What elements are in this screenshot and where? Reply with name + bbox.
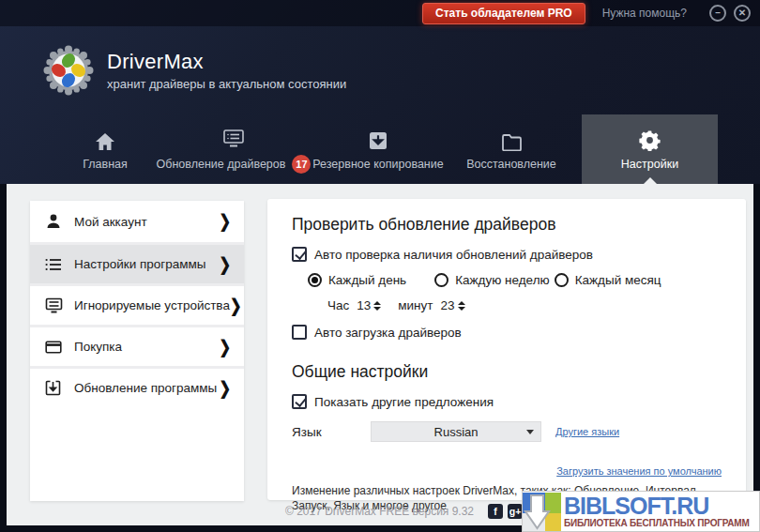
facebook-icon[interactable]: f xyxy=(488,504,503,519)
chevron-right-icon: ❯ xyxy=(219,336,231,357)
section-title-driver-updates: Проверить обновление драйверов xyxy=(292,215,722,235)
tab-label: Главная xyxy=(83,158,128,171)
app-update-icon xyxy=(45,379,64,398)
minute-label: минут xyxy=(398,298,433,312)
other-languages-link[interactable]: Другие языки xyxy=(555,426,619,437)
chevron-right-icon: ❯ xyxy=(219,211,231,233)
footer: © 2017 DriverMax FREE версия 9.32 f g+ xyxy=(285,504,523,519)
chevron-right-icon: ❯ xyxy=(219,377,231,399)
frequency-monthly-radio[interactable] xyxy=(555,273,569,287)
sidebar-item-my-account[interactable]: Мой аккаунт ❯ xyxy=(30,201,244,242)
help-link[interactable]: Нужна помощь? xyxy=(602,7,687,20)
tab-driver-update[interactable]: Обновление драйверов 17 xyxy=(153,114,314,184)
tab-restore[interactable]: Восстановление xyxy=(446,114,577,184)
tab-label: Резервное копирование xyxy=(312,158,443,171)
frequency-daily-option[interactable]: Каждый день xyxy=(308,273,406,287)
tab-label: Восстановление xyxy=(466,158,556,171)
app-title: DriverMax xyxy=(107,50,346,74)
sidebar-item-label: Игнорируемые устройства xyxy=(74,298,230,312)
minute-value: 23 xyxy=(441,298,455,312)
biblsoft-watermark: BIBLSOFT.RU БИБЛИОТЕКА БЕСПЛАТНЫХ ПРОГРА… xyxy=(522,491,760,532)
auto-check-label: Авто проверка наличия обновлений драйвер… xyxy=(314,248,593,262)
sidebar-item-label: Мой аккаунт xyxy=(74,215,219,229)
watermark-subtitle: БИБЛИОТЕКА БЕСПЛАТНЫХ ПРОГРАММ xyxy=(564,518,750,528)
settings-sidebar: Мой аккаунт ❯ Настройки программы ❯ xyxy=(30,201,244,501)
frequency-monthly-option[interactable]: Каждый месяц xyxy=(555,273,661,287)
app-tagline: хранит драйверы в актуальном состоянии xyxy=(107,77,346,91)
sidebar-item-purchase[interactable]: Покупка ❯ xyxy=(30,325,244,366)
backup-icon xyxy=(368,129,388,151)
window-header: Стать обладателем PRO Нужна помощь? – ✕ xyxy=(0,0,760,184)
sidebar-item-program-settings[interactable]: Настройки программы ❯ xyxy=(30,242,244,283)
auto-download-label: Авто загрузка драйверов xyxy=(314,326,462,340)
get-pro-button[interactable]: Стать обладателем PRO xyxy=(422,3,585,24)
minute-stepper[interactable] xyxy=(458,301,465,311)
frequency-weekly-option[interactable]: Каждую неделю xyxy=(434,273,550,287)
copyright-text: © 2017 DriverMax FREE версия 9.32 xyxy=(285,505,474,518)
auto-download-checkbox[interactable] xyxy=(292,325,307,340)
sidebar-item-label: Обновление программы xyxy=(74,381,219,395)
tab-label: Обновление драйверов xyxy=(157,158,286,171)
sidebar-item-ignored-devices[interactable]: Игнорируемые устройства ❯ xyxy=(30,283,244,325)
auto-check-checkbox[interactable] xyxy=(292,247,307,262)
close-button[interactable]: ✕ xyxy=(734,5,751,22)
update-count-badge: 17 xyxy=(292,155,311,174)
language-setting: Язык Russian Другие языки xyxy=(292,421,722,442)
chevron-right-icon: ❯ xyxy=(230,295,242,316)
googleplus-icon[interactable]: g+ xyxy=(508,504,523,519)
list-icon xyxy=(45,255,64,274)
schedule-time: Час 13 минут 23 xyxy=(327,298,722,312)
sidebar-item-program-update[interactable]: Обновление программы ❯ xyxy=(30,366,244,407)
frequency-daily-radio[interactable] xyxy=(308,273,322,287)
watermark-title: BIBLSOFT.RU xyxy=(564,494,750,517)
frequency-weekly-radio[interactable] xyxy=(434,273,448,287)
content-area: Мой аккаунт ❯ Настройки программы ❯ xyxy=(7,184,753,525)
gear-icon xyxy=(639,129,661,151)
show-offers-checkbox[interactable] xyxy=(292,394,307,409)
tab-settings[interactable]: Настройки xyxy=(582,114,718,184)
minimize-button[interactable]: – xyxy=(709,5,726,22)
language-label: Язык xyxy=(292,425,371,439)
tab-backup[interactable]: Резервное копирование xyxy=(314,114,442,184)
biblsoft-download-icon xyxy=(523,493,561,531)
restore-folder-icon xyxy=(501,129,523,151)
app-header: DriverMax хранит драйверы в актуальном с… xyxy=(0,26,760,114)
language-value: Russian xyxy=(434,425,479,439)
sidebar-item-label: Настройки программы xyxy=(74,257,219,271)
home-icon xyxy=(95,129,115,151)
settings-panel: Проверить обновление драйверов Авто пров… xyxy=(267,199,746,500)
load-defaults-link[interactable]: Загрузить значения по умолчанию xyxy=(556,465,722,477)
driver-update-icon xyxy=(222,126,245,148)
sidebar-item-label: Покупка xyxy=(74,340,219,354)
auto-download-option[interactable]: Авто загрузка драйверов xyxy=(292,325,722,340)
show-offers-option[interactable]: Показать другие предложения xyxy=(292,394,722,409)
chevron-down-icon xyxy=(526,430,534,434)
frequency-options: Каждый день Каждую неделю Каждый месяц xyxy=(308,273,722,287)
hour-stepper[interactable] xyxy=(373,301,381,311)
auto-check-option[interactable]: Авто проверка наличия обновлений драйвер… xyxy=(292,247,722,262)
hour-value: 13 xyxy=(357,298,371,312)
show-offers-label: Показать другие предложения xyxy=(314,395,494,409)
hour-label: Час xyxy=(327,298,349,312)
tab-label: Настройки xyxy=(621,158,678,171)
drivermax-logo-icon xyxy=(43,45,94,96)
tab-home[interactable]: Главная xyxy=(58,114,152,184)
devices-icon xyxy=(45,296,64,315)
titlebar: Стать обладателем PRO Нужна помощь? – ✕ xyxy=(0,0,760,26)
section-title-general: Общие настройки xyxy=(292,362,722,382)
language-dropdown[interactable]: Russian xyxy=(371,421,541,442)
purchase-card-icon xyxy=(45,338,64,357)
user-icon xyxy=(45,212,64,231)
main-navigation: Главная Обновление драйверов 17 xyxy=(0,114,760,184)
chevron-right-icon: ❯ xyxy=(219,253,231,275)
